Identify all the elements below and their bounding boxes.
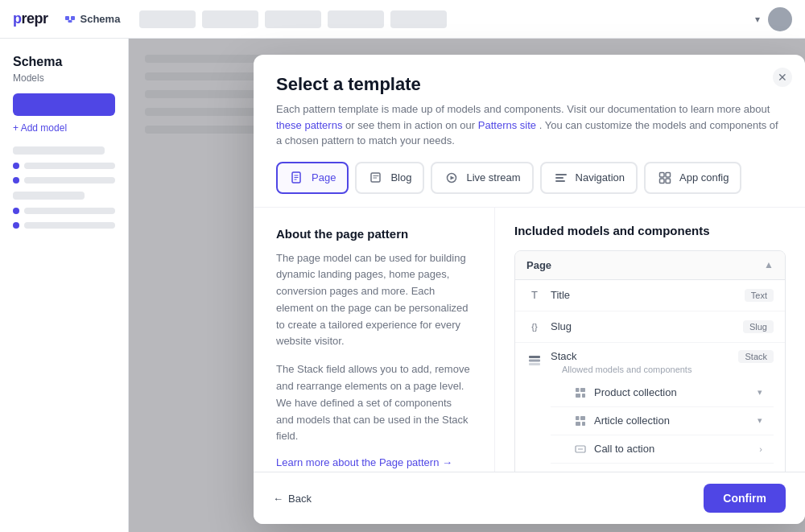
avatar [768, 7, 792, 31]
sidebar-row-bar-3 [24, 208, 115, 214]
svg-rect-25 [582, 394, 585, 398]
tab-page-label: Page [312, 171, 336, 184]
stack-field-row: Stack Stack Allowed models and component… [515, 343, 785, 472]
template-tabs: Page Blog [254, 162, 805, 207]
learn-more-page-pattern-link[interactable]: Learn more about the Page pattern → [276, 456, 472, 468]
included-models-title: Included models and components [514, 224, 786, 237]
app-icon [657, 170, 673, 186]
sidebar-title: Schema [13, 55, 115, 69]
about-title: About the page pattern [276, 227, 472, 241]
product-collection-chevron-icon: ▾ [758, 387, 762, 398]
page-model-section: Page ▲ T Title Text {} Slug [514, 250, 786, 472]
svg-rect-1 [71, 16, 75, 20]
tab-blog-label: Blog [390, 171, 411, 184]
modal-left-panel: About the page pattern The page model ca… [254, 208, 495, 472]
sidebar-dot-4 [13, 222, 19, 229]
product-collection-icon [573, 386, 588, 400]
svg-rect-0 [65, 16, 69, 20]
svg-rect-23 [580, 388, 585, 392]
tab-live-stream-label: Live stream [466, 171, 520, 184]
svg-rect-27 [580, 416, 585, 420]
stack-sub-label: Allowed models and components [551, 365, 774, 379]
article-collection-chevron-icon: ▾ [758, 415, 762, 426]
breadcrumb-pill-2 [202, 10, 258, 28]
topbar-right: ▾ [755, 7, 792, 31]
back-label: Back [288, 493, 312, 505]
title-field-icon: T [526, 287, 543, 303]
schema-icon [64, 14, 76, 25]
blog-icon [368, 170, 384, 186]
article-collection-name: Article collection [594, 414, 758, 427]
stack-field-icon [526, 352, 543, 368]
slug-field-icon: {} [526, 319, 543, 335]
image-text-item[interactable]: Image and text ▾ [551, 464, 774, 472]
svg-rect-29 [582, 422, 585, 426]
modal-subtitle: Each pattern template is made up of mode… [276, 101, 782, 149]
topbar: prepr Schema ▾ [0, 0, 805, 39]
back-arrow-icon: ← [273, 493, 283, 505]
tab-live-stream[interactable]: Live stream [431, 162, 533, 194]
modal-close-button[interactable]: ✕ [773, 68, 792, 87]
main-layout: Schema Models + Add model Learn about [0, 39, 805, 532]
tab-navigation[interactable]: Navigation [540, 162, 638, 194]
sidebar-dot-1 [13, 163, 19, 169]
sidebar: Schema Models + Add model [0, 39, 129, 532]
modal-right-panel: Included models and components Page ▲ T … [495, 208, 805, 472]
svg-rect-16 [666, 172, 671, 177]
add-model-button[interactable]: + Add model [13, 122, 115, 134]
topbar-breadcrumb [139, 10, 447, 28]
stack-field-name: Stack [551, 350, 732, 362]
patterns-site-link[interactable]: Patterns site [478, 119, 536, 131]
call-to-action-icon [573, 442, 588, 456]
call-to-action-item[interactable]: Call to action › [551, 435, 774, 464]
breadcrumb-pill-4 [328, 10, 384, 28]
svg-rect-15 [660, 172, 665, 177]
svg-rect-20 [529, 359, 540, 361]
tab-app-config[interactable]: App config [644, 162, 741, 194]
slug-field-row: {} Slug Slug [515, 311, 785, 343]
about-text-2: The Stack field allows you to add, remov… [276, 361, 472, 445]
slug-field-badge: Slug [743, 320, 774, 333]
breadcrumb-pill-3 [265, 10, 321, 28]
svg-marker-11 [451, 175, 455, 179]
svg-rect-18 [666, 179, 671, 184]
svg-rect-19 [529, 356, 540, 358]
breadcrumb-pill-5 [390, 10, 447, 28]
title-field-badge: Text [745, 289, 774, 302]
topbar-schema-label: Schema [64, 13, 121, 25]
confirm-button[interactable]: Confirm [704, 484, 786, 513]
modal-body: About the page pattern The page model ca… [254, 207, 805, 472]
title-field-row: T Title Text [515, 280, 785, 311]
sidebar-item-bar-1 [13, 146, 105, 155]
sidebar-dot-2 [13, 177, 19, 184]
product-collection-item[interactable]: Product collection ▾ [551, 379, 774, 407]
svg-rect-28 [576, 422, 580, 426]
svg-rect-17 [660, 179, 665, 184]
sidebar-item-bar-2 [13, 192, 85, 200]
content-area: Learn about schemas ⧉ ✕ Select a templat… [129, 39, 805, 532]
tab-app-config-label: App config [679, 171, 729, 184]
article-collection-item[interactable]: Article collection ▾ [551, 407, 774, 435]
svg-rect-22 [576, 388, 580, 392]
page-icon [289, 170, 305, 186]
tab-blog[interactable]: Blog [355, 162, 424, 194]
tab-navigation-label: Navigation [576, 171, 625, 184]
page-section-header[interactable]: Page ▲ [515, 251, 785, 280]
sidebar-row-1 [13, 163, 115, 169]
breadcrumb-pill-1 [139, 10, 196, 28]
sidebar-row-3 [13, 208, 115, 214]
page-section-name: Page [526, 259, 551, 271]
back-button[interactable]: ← Back [273, 493, 312, 505]
sidebar-row-2 [13, 177, 115, 184]
tab-page[interactable]: Page [276, 162, 349, 194]
these-patterns-link[interactable]: these patterns [276, 119, 342, 131]
about-text-1: The page model can be used for building … [276, 250, 472, 351]
topbar-chevron-icon: ▾ [755, 14, 760, 25]
stack-field-badge: Stack [738, 350, 774, 363]
sidebar-active-item[interactable] [13, 93, 115, 116]
confirm-label: Confirm [723, 492, 766, 505]
sidebar-row-4 [13, 222, 115, 229]
sidebar-row-bar-1 [24, 163, 115, 169]
title-field-name: Title [551, 289, 738, 301]
sidebar-models-label: Models [13, 72, 115, 84]
